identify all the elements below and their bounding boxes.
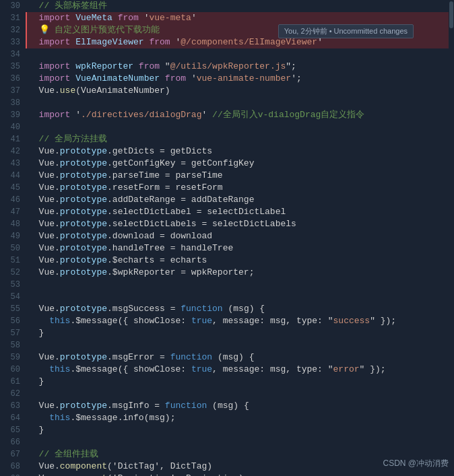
code-line [26,279,454,291]
code-line: this.$message({ showClose: true, message… [26,364,454,376]
git-tooltip: You, 2分钟前 • Uncommitted changes [278,24,414,38]
code-line: import VueAnimateNumber from 'vue-animat… [26,73,454,85]
line-number: 69 [0,473,20,476]
line-number: 57 [0,327,20,339]
line-number: 67 [0,448,20,461]
code-line: Vue.prototype.selectDictLabels = selectD… [26,218,454,230]
line-number: 36 [0,73,20,85]
line-number: 53 [0,279,20,291]
code-line: import './directives/dialogDrag' //全局引入v… [26,109,454,121]
code-line [26,388,454,400]
line-number: 65 [0,424,20,436]
code-line: Vue.component('Pagination', Pagination) [26,473,454,476]
line-number: 59 [0,351,20,364]
code-line: Vue.use(VueAnimateNumber) [26,85,454,97]
code-line: } [26,376,454,388]
line-number: 34 [0,48,20,61]
code-line: this.$message({ showClose: true, message… [26,315,454,327]
line-number: 48 [0,218,20,230]
code-line: } [26,327,454,339]
line-number: 44 [0,170,20,182]
scroll-thumb[interactable] [449,1,453,28]
code-line [26,291,454,303]
code-line: import VueMeta from 'vue-meta' [26,12,454,24]
code-line: Vue.prototype.parseTime = parseTime [26,170,454,182]
code-line [26,48,454,61]
scroll-bar[interactable] [449,0,454,476]
line-number: 41 [0,133,20,145]
editor-container: 3031323334353637383940414243444546474849… [0,0,454,476]
line-number: 61 [0,376,20,388]
line-number: 56 [0,315,20,327]
code-line: Vue.prototype.msgSuccess = function (msg… [26,303,454,315]
line-number: 47 [0,206,20,218]
line-number: 60 [0,364,20,376]
code-line: Vue.prototype.getDicts = getDicts [26,145,454,158]
line-number: 64 [0,412,20,424]
line-number: 45 [0,182,20,194]
line-number: 62 [0,388,20,400]
code-line [26,97,454,109]
code-line: // 头部标签组件 [26,0,454,12]
line-number: 31 [0,12,20,24]
line-number: 38 [0,97,20,109]
line-number: 37 [0,85,20,97]
line-number: 35 [0,61,20,73]
line-number: 49 [0,230,20,242]
code-line: this.$message.info(msg); [26,412,454,424]
line-number: 51 [0,254,20,267]
line-number: 42 [0,145,20,158]
line-number: 55 [0,303,20,315]
code-line: // 全局方法挂载 [26,133,454,145]
code-line: Vue.prototype.msgInfo = function (msg) { [26,400,454,412]
line-number: 54 [0,291,20,303]
code-line: Vue.prototype.handleTree = handleTree [26,242,454,254]
watermark: CSDN @冲动消费 [383,458,449,469]
line-number: 33 [0,36,20,48]
code-line: Vue.prototype.selectDictLabel = selectDi… [26,206,454,218]
code-line: Vue.prototype.addDateRange = addDateRang… [26,194,454,206]
code-line [26,339,454,351]
line-number: 32 [0,24,20,36]
code-line: Vue.prototype.download = download [26,230,454,242]
code-line [26,436,454,448]
line-number: 50 [0,242,20,254]
code-line: Vue.prototype.resetForm = resetForm [26,182,454,194]
code-line: Vue.prototype.msgError = function (msg) … [26,351,454,364]
line-numbers: 3031323334353637383940414243444546474849… [0,0,26,476]
line-number: 46 [0,194,20,206]
code-line [26,121,454,133]
line-number: 43 [0,158,20,170]
line-number: 39 [0,109,20,121]
code-line: Vue.prototype.$wpkReporter = wpkReporter… [26,267,454,279]
line-number: 63 [0,400,20,412]
line-number: 52 [0,267,20,279]
code-line: } [26,424,454,436]
line-number: 58 [0,339,20,351]
line-number: 68 [0,461,20,473]
code-line: Vue.prototype.$echarts = echarts [26,254,454,267]
line-number: 40 [0,121,20,133]
line-number: 30 [0,0,20,12]
code-line: Vue.prototype.getConfigKey = getConfigKe… [26,158,454,170]
line-number: 66 [0,436,20,448]
code-area[interactable]: // 头部标签组件 import VueMeta from 'vue-meta'… [26,0,454,476]
code-line: import wpkReporter from "@/utils/wpkRepo… [26,61,454,73]
